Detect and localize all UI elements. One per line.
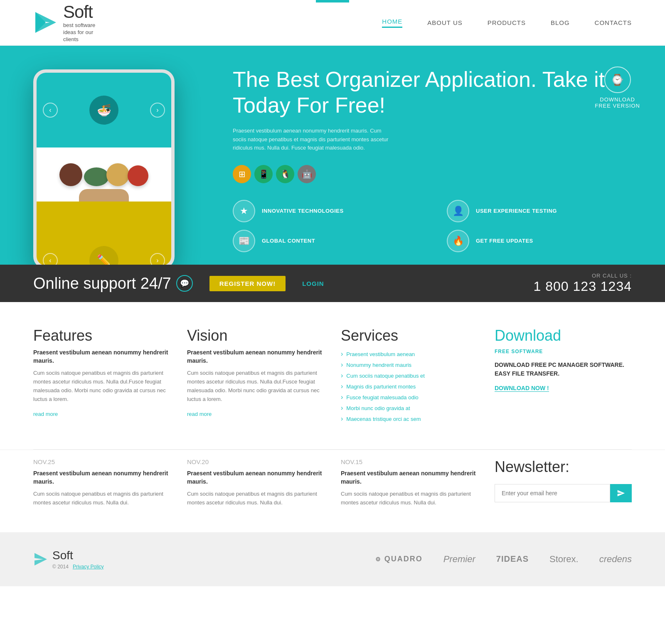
news-body-1: Cum sociis natoque penatibus et magnis d… [33,490,170,507]
global-label: GLOBAL CONTENT [262,238,315,245]
updates-icon: 🔥 [447,230,469,252]
global-icon: 📰 [233,230,255,252]
news-body-3: Cum sociis natoque penatibus et magnis d… [341,490,478,507]
footer-logo-text: Soft [52,549,104,562]
android-icon[interactable]: 📱 [254,165,273,183]
logo-text-group: Soft best softwareideas for ourclients [63,2,95,43]
logo-area: Soft best softwareideas for ourclients [33,2,166,43]
logo-icon [33,10,58,35]
phone-number: 1 800 123 1234 [534,279,632,294]
tablet-mockup: ‹ 🍜 › ‹ [33,69,175,265]
hero-right: The Best Organizer Application. Take it … [208,46,665,265]
svg-marker-2 [34,553,47,565]
tablet-center-icon: 🍜 [89,96,118,125]
features-read-more[interactable]: read more [33,411,58,417]
newsletter-section: Newsletter: [495,458,632,507]
feature-ux: 👤 USER EXPERIENCE TESTING [447,200,640,222]
tablet-prev-btn-top[interactable]: ‹ [43,103,58,118]
login-button[interactable]: LOGIN [302,280,324,287]
logo-soft: Soft [63,2,95,22]
footer-logo-text-group: Soft © 2014 Privacy Policy [52,549,104,570]
news-item-2: NOV.20 Praesent vestibulum aenean nonumm… [187,458,324,507]
linux-icon[interactable]: 🐧 [276,165,294,183]
hero-title: The Best Organizer Application. Take it … [233,66,640,118]
logo-tagline: best softwareideas for ourclients [63,22,95,43]
main-content: Features Praesent vestibulum aenean nonu… [0,302,665,449]
hero-left: ‹ 🍜 › ‹ [0,46,208,265]
footer-copyright: © 2014 Privacy Policy [52,564,104,570]
news-date-3: NOV.15 [341,458,478,465]
support-text-label: Online support 24/7 [33,275,171,293]
nav-about[interactable]: ABOUT US [427,19,462,26]
service-item-1[interactable]: Praesent vestibulum aenean [341,349,478,359]
ux-icon: 👤 [447,200,469,222]
or-call-label: OR CALL US : [534,273,632,279]
download-title: Download [495,327,632,344]
brand-quadro: ⚙ QUADRO [375,555,423,563]
call-section: OR CALL US : 1 800 123 1234 [534,273,632,294]
feature-global: 📰 GLOBAL CONTENT [233,230,426,252]
robot-icon[interactable]: 🤖 [298,165,316,183]
newsletter-submit-button[interactable] [610,484,632,502]
innovative-label: INNOVATIVE TECHNOLOGIES [262,208,344,215]
download-section: Download FREE SOFTWARE DOWNLOAD FREE PC … [495,327,632,424]
newsletter-email-input[interactable] [495,484,610,502]
news-title-3: Praesent vestibulum aenean nonummy hendr… [341,469,478,486]
download-label: DOWNLOADFREE VERSION [595,96,640,109]
main-nav: HOME ABOUT US PRODUCTS BLOG CONTACTS [382,18,632,28]
nav-products[interactable]: PRODUCTS [488,19,526,26]
vision-bold: Praesent vestibulum aenean nonummy hendr… [187,349,324,365]
macarons-area [37,147,171,202]
updates-label: GET FREE UPDATES [476,238,533,245]
nav-home[interactable]: HOME [382,18,402,28]
service-item-5[interactable]: Fusce feugiat malesuada odio [341,392,478,403]
download-now-link[interactable]: DOWNLOAD NOW ! [495,385,549,392]
macaron-3 [106,163,129,186]
tablet-next-btn-top[interactable]: › [150,103,165,118]
service-item-6[interactable]: Morbi nunc odio gravida at [341,403,478,413]
service-item-3[interactable]: Cum sociis natoque penatibus et [341,370,478,381]
service-item-2[interactable]: Nonummy hendrerit mauris [341,359,478,370]
brand-7ideas: 7IDEAS [496,554,529,564]
support-chat-icon: 💬 [176,275,193,292]
services-section: Services Praesent vestibulum aenean Nonu… [341,327,478,424]
vision-body: Cum sociis natoque penatibus et magnis d… [187,369,324,403]
download-icon-circle: ⌚ [604,66,631,93]
footer-year: © 2014 [52,564,69,570]
news-body-2: Cum sociis natoque penatibus et magnis d… [187,490,324,507]
features-section: Features Praesent vestibulum aenean nonu… [33,327,170,424]
register-button[interactable]: REGISTER NOW! [209,276,286,291]
download-sub-label: FREE SOFTWARE [495,349,632,354]
support-text: Online support 24/7 💬 [33,275,193,293]
support-bar: Online support 24/7 💬 REGISTER NOW! LOGI… [0,265,665,302]
tablet-prev-btn-bottom[interactable]: ‹ [43,253,58,265]
tablet-top: ‹ 🍜 › [37,73,171,147]
nav-contacts[interactable]: CONTACTS [595,19,632,26]
news-title-1: Praesent vestibulum aenean nonummy hendr… [33,469,170,486]
tablet-next-btn-bottom[interactable]: › [150,253,165,265]
news-item-3: NOV.15 Praesent vestibulum aenean nonumm… [341,458,478,507]
windows-icon[interactable]: ⊞ [233,165,251,183]
send-icon [617,489,625,497]
footer: Soft © 2014 Privacy Policy ⚙ QUADRO Prem… [0,532,665,586]
home-indicator [316,0,349,2]
news-date-2: NOV.20 [187,458,324,465]
vision-read-more[interactable]: read more [187,411,212,417]
vision-title: Vision [187,327,324,344]
ux-label: USER EXPERIENCE TESTING [476,208,557,215]
download-desc: DOWNLOAD FREE PC MANAGER SOFTWARE. EASY … [495,361,632,378]
service-item-4[interactable]: Magnis dis parturient montes [341,381,478,392]
footer-privacy-link[interactable]: Privacy Policy [73,564,104,570]
hand [79,189,129,202]
nav-blog[interactable]: BLOG [551,19,570,26]
download-button[interactable]: ⌚ DOWNLOADFREE VERSION [595,66,640,109]
service-item-7[interactable]: Maecenas tristique orci ac sem [341,413,478,424]
news-title-2: Praesent vestibulum aenean nonummy hendr… [187,469,324,486]
features-bold: Praesent vestibulum aenean nonummy hendr… [33,349,170,365]
footer-logo-icon [33,552,48,567]
innovative-icon: ★ [233,200,255,222]
vision-section: Vision Praesent vestibulum aenean nonumm… [187,327,324,424]
brand-storex: Storex. [549,554,579,565]
tablet-screen: ‹ 🍜 › ‹ [37,73,171,265]
platform-icons: ⊞ 📱 🐧 🤖 [233,165,640,183]
